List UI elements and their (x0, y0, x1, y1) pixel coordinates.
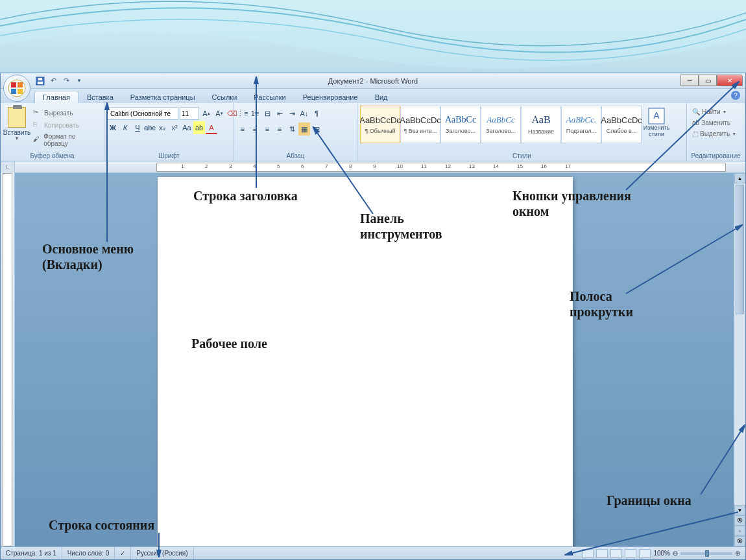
window-title: Документ2 - Microsoft Word (328, 77, 418, 85)
group-styles: AaBbCcDc¶ ОбычныйAaBbCcDc¶ Без инте...Aa… (357, 103, 687, 161)
change-styles-button[interactable]: A Изменить стили (642, 104, 671, 138)
status-proofing-icon[interactable]: ✓ (115, 547, 131, 559)
tab-mailings[interactable]: Рассылки (245, 91, 294, 103)
shrink-font-icon[interactable]: A▾ (213, 107, 225, 120)
tab-home[interactable]: Главная (34, 91, 78, 103)
view-print-layout-icon[interactable] (582, 549, 594, 558)
style-item[interactable]: AaBbCcDcСлабое в... (601, 106, 642, 143)
replace-button[interactable]: ab Заменить (690, 118, 739, 128)
shading-icon[interactable]: ▦ (298, 122, 310, 135)
copy-icon: ⎘ (33, 121, 42, 130)
line-spacing-icon[interactable]: ⇅ (286, 122, 298, 135)
view-draft-icon[interactable] (639, 549, 651, 558)
status-words[interactable]: Число слов: 0 (62, 547, 115, 559)
qat-dropdown-icon[interactable]: ▼ (73, 75, 85, 87)
change-case-button[interactable]: Aa (181, 121, 193, 134)
tab-page-layout[interactable]: Разметка страницы (122, 91, 204, 103)
undo-icon[interactable]: ↶ (47, 75, 59, 87)
zoom-in-icon[interactable]: ⊕ (735, 550, 740, 557)
office-button[interactable] (3, 75, 30, 102)
select-button[interactable]: ⬚ Выделить▼ (690, 129, 739, 139)
font-color-button[interactable]: A (206, 121, 217, 134)
align-justify-icon[interactable]: ≡ (274, 122, 285, 135)
svg-rect-2 (18, 82, 23, 88)
bullets-icon[interactable]: ⋮≡ (237, 107, 248, 120)
brush-icon: 🖌 (33, 135, 42, 145)
document-scroll (15, 173, 734, 546)
group-editing: 🔍 Найти▼ ab Заменить ⬚ Выделить▼ Редакти… (687, 103, 745, 161)
zoom-level[interactable]: 100% (653, 550, 670, 557)
align-center-icon[interactable]: ≡ (249, 122, 261, 135)
bold-button[interactable]: Ж (107, 121, 119, 134)
align-left-icon[interactable]: ≡ (237, 122, 248, 135)
scroll-thumb[interactable] (736, 185, 744, 314)
indent-inc-icon[interactable]: ⇥ (286, 107, 298, 120)
svg-rect-4 (18, 89, 23, 94)
next-page-icon[interactable]: ⦿ (734, 536, 745, 546)
format-painter-button[interactable]: 🖌 Формат по образцу (30, 132, 101, 148)
close-button[interactable]: ✕ (717, 75, 743, 86)
view-web-icon[interactable] (610, 549, 622, 558)
svg-rect-1 (11, 82, 16, 88)
ruler-toggle[interactable]: L (1, 161, 15, 173)
tab-view[interactable]: Вид (367, 91, 396, 103)
document-page[interactable] (158, 177, 573, 546)
prev-page-icon[interactable]: ⦿ (734, 515, 745, 526)
svg-rect-3 (11, 89, 16, 94)
borders-icon[interactable]: ⊞ (311, 122, 322, 135)
vertical-scrollbar[interactable]: ▲ ▼ ⦿ ◦ ⦿ (734, 173, 745, 546)
copy-button[interactable]: ⎘ Копировать (30, 119, 101, 131)
redo-icon[interactable]: ↷ (60, 75, 72, 87)
italic-button[interactable]: К (119, 121, 131, 134)
tab-references[interactable]: Ссылки (204, 91, 246, 103)
paste-button[interactable]: Вставить ▼ (3, 104, 30, 141)
zoom-slider[interactable] (680, 552, 732, 555)
group-font: A▴ A▾ ⌫ Ж К Ч abc x₂ x² Aa ab A Шрифт (104, 103, 234, 161)
style-item[interactable]: AaBbCcDc¶ Без инте... (400, 106, 440, 143)
cut-button[interactable]: ✂ Вырезать (30, 107, 101, 119)
status-page[interactable]: Страница: 1 из 1 (1, 547, 62, 559)
select-icon: ⬚ (692, 130, 698, 137)
style-item[interactable]: AaBbCcDc¶ Обычный (360, 106, 400, 143)
vertical-ruler[interactable] (1, 173, 15, 546)
numbering-icon[interactable]: 1≡ (249, 107, 261, 120)
align-right-icon[interactable]: ≡ (261, 122, 273, 135)
style-item[interactable]: АаВНазвание (521, 106, 561, 143)
underline-button[interactable]: Ч (132, 121, 143, 134)
subscript-button[interactable]: x₂ (156, 121, 168, 134)
scroll-down-icon[interactable]: ▼ (734, 505, 745, 515)
grow-font-icon[interactable]: A▴ (200, 107, 212, 120)
find-button[interactable]: 🔍 Найти▼ (690, 107, 739, 117)
highlight-button[interactable]: ab (193, 121, 205, 134)
title-bar: ↶ ↷ ▼ Документ2 - Microsoft Word ─ ▭ ✕ (1, 73, 745, 89)
paste-icon (8, 107, 26, 128)
style-item[interactable]: AaBbCc.Подзагол... (561, 106, 601, 143)
maximize-button[interactable]: ▭ (699, 75, 717, 86)
font-name-input[interactable] (107, 107, 178, 120)
view-full-screen-icon[interactable] (596, 549, 608, 558)
tab-insert[interactable]: Вставка (78, 91, 122, 103)
style-item[interactable]: AaBbCcЗаголово... (440, 106, 481, 143)
superscript-button[interactable]: x² (169, 121, 180, 134)
indent-dec-icon[interactable]: ⇤ (274, 107, 285, 120)
svg-rect-6 (38, 82, 43, 84)
browse-object-icon[interactable]: ◦ (734, 526, 745, 536)
strike-button[interactable]: abc (144, 121, 156, 134)
sort-icon[interactable]: A↓ (298, 107, 310, 120)
zoom-out-icon[interactable]: ⊖ (673, 550, 678, 557)
zoom-thumb[interactable] (705, 550, 709, 557)
save-icon[interactable] (34, 75, 46, 87)
style-item[interactable]: AaBbCcЗаголово... (481, 106, 521, 143)
tab-review[interactable]: Рецензирование (295, 91, 367, 103)
office-logo-icon (8, 79, 26, 97)
scroll-up-icon[interactable]: ▲ (734, 173, 745, 183)
show-marks-icon[interactable]: ¶ (311, 107, 322, 120)
horizontal-ruler[interactable]: L 1234567891011121314151617 (1, 161, 745, 173)
minimize-button[interactable]: ─ (680, 75, 699, 86)
svg-text:A: A (653, 110, 660, 121)
multilevel-icon[interactable]: ⊟ (261, 107, 273, 120)
help-icon[interactable]: ? (731, 91, 740, 100)
view-outline-icon[interactable] (625, 549, 636, 558)
status-language[interactable]: Русский (Россия) (131, 547, 193, 559)
font-size-input[interactable] (180, 107, 199, 120)
